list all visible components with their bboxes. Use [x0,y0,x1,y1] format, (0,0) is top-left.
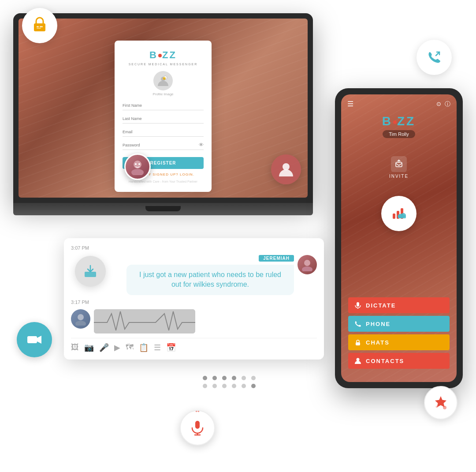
svg-rect-4 [40,26,43,27]
chat-receiver-avatar [71,309,90,329]
show-password-icon[interactable]: 👁 [199,142,204,147]
dot-row-1 [203,376,256,380]
tablet-center-buzz-logo [381,196,416,231]
chat-bubble-message: I just got a new patient who needs to be… [126,265,294,295]
svg-point-14 [283,163,290,170]
card-footer: Handcrafted with Care - from Your Truste… [123,180,204,183]
svg-rect-30 [357,302,359,307]
svg-point-36 [78,314,84,320]
phone-call-icon [425,49,443,66]
chat-sender-avatar [298,255,317,274]
lock-icon [30,15,49,37]
contacts-label: CONTACTS [366,358,404,364]
laptop-device: BZZ SECURE MEDICAL MESSENGER 😊 Profile I… [13,13,313,225]
dot-4[interactable] [232,376,236,380]
chat-bubble-wrap: JEREMIAH I just got a new patient who ne… [126,255,294,295]
video-toolbar-icon[interactable]: ▶ [114,343,120,352]
user-silhouette-icon [278,161,294,177]
dot-9[interactable] [222,384,227,388]
password-field-row: 👁 [123,140,204,150]
dot-3[interactable] [222,376,227,380]
menu-item-contacts[interactable]: CONTACTS [348,353,450,369]
calendar-icon[interactable]: 📅 [166,343,176,352]
email-input[interactable] [123,127,204,137]
map-icon[interactable]: 🗺 [126,343,134,352]
svg-rect-32 [356,342,360,345]
svg-rect-7 [85,272,96,277]
pagination-dots [203,376,256,388]
chat-message-row-2 [71,309,317,333]
tablet-invite-area: INVITE [341,156,457,179]
photo-icon[interactable]: 🖼 [71,343,79,352]
tablet-menu: DICTATE PHONE CHATS [348,297,450,369]
laptop-screen: BZZ SECURE MEDICAL MESSENGER 😊 Profile I… [19,19,308,198]
download-inbox-icon [83,264,98,279]
tray-icon[interactable]: 📋 [139,343,149,352]
svg-point-12 [443,406,446,409]
svg-rect-24 [393,214,395,219]
invite-label[interactable]: INVITE [341,174,457,179]
dot-5[interactable] [242,376,246,380]
dot-12[interactable] [251,384,256,388]
dot-1[interactable] [203,376,207,380]
dot-11[interactable] [242,384,246,388]
buzz-logo-text: BZZ [123,49,204,61]
dot-6[interactable] [251,376,256,380]
camera-icon[interactable]: ⊙ [436,101,441,107]
svg-point-33 [357,358,360,361]
menu-item-phone[interactable]: PHONE [348,316,450,332]
svg-rect-9 [195,421,200,429]
invite-icon[interactable] [391,156,407,172]
expand-arrows-icon: ↔ [194,408,201,415]
phone-menu-icon [354,320,361,327]
chat-panel: 3:07 PM JEREMIAH I just got a new patien… [64,238,324,360]
info-icon[interactable]: ⓘ [445,100,450,108]
tablet-screen: ☰ ⊙ ⓘ BZZ Tim Rolly INVITE [341,94,457,382]
dictate-label: DICTATE [366,302,396,309]
tablet-username: Tim Rolly [383,130,415,138]
mic-toolbar-icon[interactable]: 🎤 [99,343,109,352]
buzz-logo: BZZ [123,49,204,61]
chat-sender-tag: JEREMIAH [259,255,294,262]
laptop-avatar-badge [124,154,151,180]
list-icon[interactable]: ☰ [154,343,161,352]
menu-item-dictate[interactable]: DICTATE [348,297,450,313]
microphone-icon-circle[interactable]: ↔ [180,410,215,446]
lock-icon-circle [22,8,57,43]
mic-icon [190,420,205,436]
laptop-base [13,203,313,215]
inbox-icon-circle [75,256,106,287]
star-icon [432,394,449,411]
dot-8[interactable] [212,384,217,388]
first-name-input[interactable] [123,101,204,110]
svg-rect-2 [36,25,44,30]
dictate-mic-icon [354,302,361,309]
svg-point-20 [135,163,137,165]
menu-item-chats[interactable]: CHATS [348,334,450,350]
last-name-input[interactable] [123,114,204,124]
svg-rect-38 [94,309,195,333]
chat-timestamp-2: 3:17 PM [71,300,317,305]
dot-10[interactable] [232,384,236,388]
svg-point-35 [302,266,312,271]
svg-rect-22 [396,162,402,167]
profile-image-placeholder: 😊 [153,71,173,90]
phone-label: PHONE [366,321,390,327]
profile-image-area: 😊 Profile Image [123,71,204,96]
dot-7[interactable] [203,384,207,388]
svg-point-19 [131,169,144,175]
profile-image-label: Profile Image [123,92,204,96]
phone-outgoing-icon-circle [416,40,452,75]
dot-2[interactable] [212,376,217,380]
star-icon-circle [424,386,457,420]
svg-rect-29 [398,215,406,218]
svg-rect-5 [37,28,41,29]
svg-point-37 [75,321,86,326]
tablet-device: ☰ ⊙ ⓘ BZZ Tim Rolly INVITE [335,88,463,388]
password-input[interactable] [123,141,204,150]
hamburger-menu-icon[interactable]: ☰ [347,100,353,108]
svg-point-21 [138,163,140,165]
camera-icon[interactable]: 📷 [84,343,94,352]
tablet-logo-area: BZZ Tim Rolly [341,114,457,138]
svg-rect-3 [37,26,39,27]
